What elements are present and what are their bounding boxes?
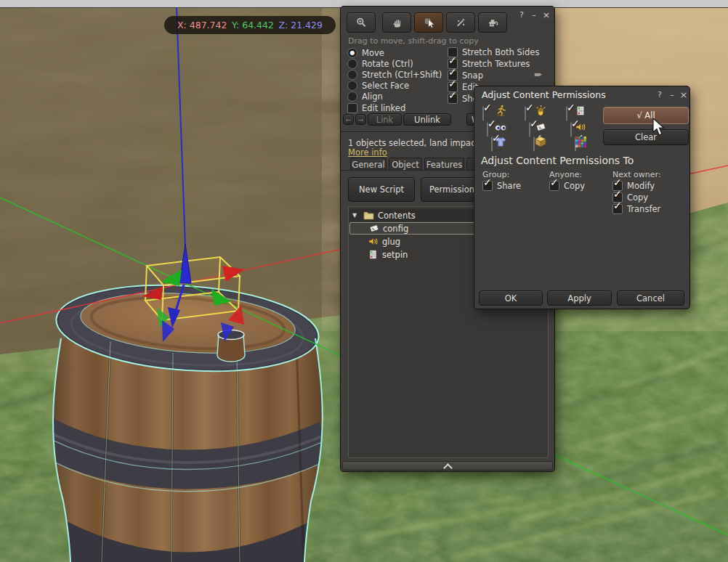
snap-options-arrow-icon[interactable]: ➨ <box>534 68 543 80</box>
land-tool-button[interactable] <box>478 12 507 33</box>
stretch-both-sides-label: Stretch Both Sides <box>462 47 539 57</box>
next-owner-transfer-label: Transfer <box>627 204 660 214</box>
x-coordinate: X: 487.742 <box>177 20 227 30</box>
radio-align[interactable] <box>347 91 357 102</box>
radio-select-face-label: Select Face <box>362 81 409 91</box>
create-tool-button[interactable] <box>446 12 475 33</box>
texture-icon <box>575 136 586 147</box>
show-option-checkbox[interactable]: ✓ <box>448 94 458 104</box>
redo-link-button[interactable]: → <box>355 114 366 125</box>
pan-tool-button[interactable] <box>382 12 411 33</box>
undo-link-button[interactable]: ← <box>343 114 354 125</box>
perm-sound-checkbox[interactable]: ✓ <box>570 122 572 137</box>
mouse-cursor-icon <box>652 117 666 137</box>
radio-select-face[interactable] <box>347 81 357 91</box>
help-button[interactable]: ? <box>517 9 527 20</box>
item-label: config <box>383 224 408 234</box>
viewer-window: X: 487.742 Y: 64.442 Z: 21.429 ? – × <box>0 0 728 562</box>
group-share-label: Share <box>497 181 521 191</box>
perm-script-checkbox[interactable]: ✓ <box>566 106 567 121</box>
scroll-up-button[interactable] <box>342 461 553 471</box>
notecard-icon <box>535 121 546 133</box>
edit-linked-label: Edit linked <box>362 103 405 113</box>
dialog-help-button[interactable]: ? <box>655 89 665 100</box>
perm-notecard-checkbox[interactable]: ✓ <box>529 122 530 137</box>
close-button[interactable]: × <box>541 9 551 20</box>
barrel-object[interactable] <box>44 277 327 562</box>
check-all-button[interactable]: √ All <box>603 107 689 124</box>
edit-linked-checkbox[interactable] <box>347 103 357 113</box>
minimize-button[interactable]: – <box>529 9 539 20</box>
link-button[interactable]: Link <box>368 113 402 126</box>
script-icon <box>575 105 586 116</box>
object-icon <box>535 136 546 147</box>
y-coordinate: Y: 64.442 <box>232 20 274 30</box>
radio-move-label: Move <box>362 48 384 58</box>
sound-icon <box>575 121 586 133</box>
clothing-icon <box>495 136 506 147</box>
ok-button[interactable]: OK <box>479 290 543 306</box>
create-tool-icon <box>456 17 466 28</box>
script-icon <box>368 249 379 260</box>
position-hud: X: 487.742 Y: 64.442 Z: 21.429 <box>164 16 336 34</box>
cancel-button[interactable]: Cancel <box>617 290 684 306</box>
folder-icon <box>363 210 374 221</box>
more-info-link[interactable]: More info <box>348 147 387 158</box>
notecard-icon <box>368 223 379 234</box>
new-script-button[interactable]: New Script <box>348 177 415 202</box>
radio-move[interactable]: ● <box>347 48 357 58</box>
next-owner-modify-label: Modify <box>627 181 655 191</box>
folder-caret-icon[interactable]: ▼ <box>352 212 360 219</box>
chevron-up-icon <box>443 463 453 473</box>
zoom-tool-icon <box>356 17 367 28</box>
anyone-copy-label: Copy <box>564 181 585 191</box>
tab-features[interactable]: Features <box>424 158 464 171</box>
anyone-copy-checkbox[interactable]: ✓ <box>549 181 559 191</box>
perm-bodypart-checkbox[interactable]: ✓ <box>487 122 488 137</box>
radio-align-label: Align <box>362 91 383 102</box>
land-tool-icon <box>488 17 498 28</box>
next-owner-copy-label: Copy <box>627 192 648 203</box>
sound-icon <box>368 236 379 247</box>
pan-tool-icon <box>392 17 403 28</box>
dialog-title: Adjust Content Permissions <box>482 89 606 100</box>
perm-animation-checkbox[interactable]: ✓ <box>482 106 484 121</box>
zoom-tool-button[interactable] <box>347 12 376 33</box>
perm-gesture-checkbox[interactable]: ✓ <box>525 106 526 121</box>
gesture-icon <box>535 105 546 116</box>
radio-rotate[interactable] <box>347 59 357 69</box>
snap-label: Snap <box>462 70 483 81</box>
item-label: setpin <box>382 250 408 260</box>
radio-stretch-label: Stretch (Ctrl+Shift) <box>362 70 442 80</box>
tool-hint: Drag to move, shift-drag to copy <box>348 36 479 46</box>
tab-object[interactable]: Object <box>389 158 422 171</box>
radio-rotate-label: Rotate (Ctrl) <box>362 59 413 69</box>
radio-stretch[interactable] <box>347 70 357 80</box>
tab-general[interactable]: General <box>350 158 387 171</box>
small-cylinder-object[interactable] <box>217 330 245 362</box>
edit-tool-button[interactable] <box>414 12 443 33</box>
selection-info: 1 objects selected, land impact 2 <box>348 138 487 148</box>
apply-button[interactable]: Apply <box>547 290 612 306</box>
dialog-close-button[interactable]: × <box>679 89 689 100</box>
unlink-button[interactable]: Unlink <box>403 113 451 126</box>
dialog-minimize-button[interactable]: – <box>667 89 677 100</box>
item-label: glug <box>382 237 400 247</box>
animation-icon <box>495 105 506 116</box>
group-share-checkbox[interactable]: ✓ <box>482 181 493 191</box>
z-coordinate: Z: 21.429 <box>278 20 323 30</box>
clear-button[interactable]: Clear <box>603 129 689 145</box>
perm-clothing-checkbox[interactable]: ✓ <box>491 137 493 152</box>
stretch-textures-label: Stretch Textures <box>462 59 530 69</box>
section-heading: Adjust Content Permissions To <box>481 155 634 166</box>
edit-tool-icon <box>424 17 434 28</box>
next-owner-transfer-checkbox[interactable]: ✓ <box>612 204 623 214</box>
contents-folder-label: Contents <box>378 211 416 221</box>
